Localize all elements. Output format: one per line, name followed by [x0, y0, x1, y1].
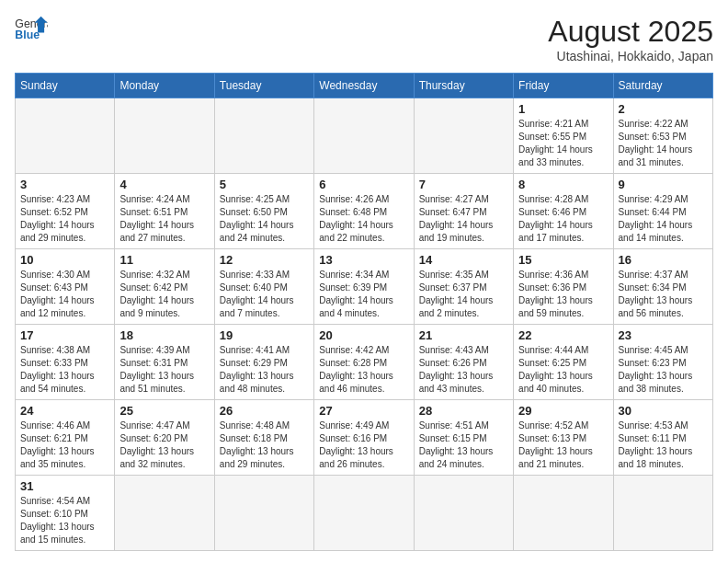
empty-cell	[314, 476, 414, 551]
header-wednesday: Wednesday	[314, 74, 414, 98]
calendar: Sunday Monday Tuesday Wednesday Thursday…	[15, 73, 713, 551]
empty-cell	[613, 476, 712, 551]
day-19: 19 Sunrise: 4:41 AMSunset: 6:29 PMDaylig…	[214, 325, 313, 400]
empty-cell	[514, 476, 613, 551]
day-8: 8 Sunrise: 4:28 AMSunset: 6:46 PMDayligh…	[514, 174, 613, 249]
empty-cell	[414, 476, 513, 551]
week-row-3: 10 Sunrise: 4:30 AMSunset: 6:43 PMDaylig…	[16, 249, 713, 325]
day-18: 18 Sunrise: 4:39 AMSunset: 6:31 PMDaylig…	[115, 325, 214, 400]
empty-cell	[314, 98, 414, 174]
day-17: 17 Sunrise: 4:38 AMSunset: 6:33 PMDaylig…	[16, 325, 115, 400]
logo: General Blue	[15, 15, 48, 42]
day-10: 10 Sunrise: 4:30 AMSunset: 6:43 PMDaylig…	[16, 249, 115, 325]
day-30: 30 Sunrise: 4:53 AMSunset: 6:11 PMDaylig…	[613, 400, 712, 476]
day-9: 9 Sunrise: 4:29 AMSunset: 6:44 PMDayligh…	[613, 174, 712, 249]
header-saturday: Saturday	[613, 74, 712, 98]
day-29: 29 Sunrise: 4:52 AMSunset: 6:13 PMDaylig…	[514, 400, 613, 476]
empty-cell	[115, 476, 214, 551]
location-title: Utashinai, Hokkaido, Japan	[548, 49, 713, 63]
week-row-5: 24 Sunrise: 4:46 AMSunset: 6:21 PMDaylig…	[16, 400, 713, 476]
day-26: 26 Sunrise: 4:48 AMSunset: 6:18 PMDaylig…	[214, 400, 313, 476]
week-row-2: 3 Sunrise: 4:23 AMSunset: 6:52 PMDayligh…	[16, 174, 713, 249]
day-2: 2 Sunrise: 4:22 AMSunset: 6:53 PMDayligh…	[613, 98, 712, 174]
day-22: 22 Sunrise: 4:44 AMSunset: 6:25 PMDaylig…	[514, 325, 613, 400]
day-15: 15 Sunrise: 4:36 AMSunset: 6:36 PMDaylig…	[514, 249, 613, 325]
day-7: 7 Sunrise: 4:27 AMSunset: 6:47 PMDayligh…	[414, 174, 513, 249]
day-6: 6 Sunrise: 4:26 AMSunset: 6:48 PMDayligh…	[314, 174, 414, 249]
day-11: 11 Sunrise: 4:32 AMSunset: 6:42 PMDaylig…	[115, 249, 214, 325]
week-row-4: 17 Sunrise: 4:38 AMSunset: 6:33 PMDaylig…	[16, 325, 713, 400]
day-31: 31 Sunrise: 4:54 AMSunset: 6:10 PMDaylig…	[16, 476, 115, 551]
day-4: 4 Sunrise: 4:24 AMSunset: 6:51 PMDayligh…	[115, 174, 214, 249]
day-13: 13 Sunrise: 4:34 AMSunset: 6:39 PMDaylig…	[314, 249, 414, 325]
day-16: 16 Sunrise: 4:37 AMSunset: 6:34 PMDaylig…	[613, 249, 712, 325]
empty-cell	[414, 98, 513, 174]
header-sunday: Sunday	[16, 74, 115, 98]
day-14: 14 Sunrise: 4:35 AMSunset: 6:37 PMDaylig…	[414, 249, 513, 325]
day-25: 25 Sunrise: 4:47 AMSunset: 6:20 PMDaylig…	[115, 400, 214, 476]
week-row-1: 1 Sunrise: 4:21 AMSunset: 6:55 PMDayligh…	[16, 98, 713, 174]
svg-text:Blue: Blue	[15, 29, 40, 41]
empty-cell	[16, 98, 115, 174]
day-1: 1 Sunrise: 4:21 AMSunset: 6:55 PMDayligh…	[514, 98, 613, 174]
header-monday: Monday	[115, 74, 214, 98]
week-row-6: 31 Sunrise: 4:54 AMSunset: 6:10 PMDaylig…	[16, 476, 713, 551]
day-23: 23 Sunrise: 4:45 AMSunset: 6:23 PMDaylig…	[613, 325, 712, 400]
logo-icon: General Blue	[15, 15, 48, 42]
day-5: 5 Sunrise: 4:25 AMSunset: 6:50 PMDayligh…	[214, 174, 313, 249]
header-thursday: Thursday	[414, 74, 513, 98]
empty-cell	[115, 98, 214, 174]
header-tuesday: Tuesday	[214, 74, 313, 98]
day-12: 12 Sunrise: 4:33 AMSunset: 6:40 PMDaylig…	[214, 249, 313, 325]
empty-cell	[214, 98, 313, 174]
day-24: 24 Sunrise: 4:46 AMSunset: 6:21 PMDaylig…	[16, 400, 115, 476]
day-20: 20 Sunrise: 4:42 AMSunset: 6:28 PMDaylig…	[314, 325, 414, 400]
day-27: 27 Sunrise: 4:49 AMSunset: 6:16 PMDaylig…	[314, 400, 414, 476]
title-area: August 2025 Utashinai, Hokkaido, Japan	[548, 15, 713, 63]
day-28: 28 Sunrise: 4:51 AMSunset: 6:15 PMDaylig…	[414, 400, 513, 476]
day-21: 21 Sunrise: 4:43 AMSunset: 6:26 PMDaylig…	[414, 325, 513, 400]
empty-cell	[214, 476, 313, 551]
header: General Blue August 2025 Utashinai, Hokk…	[15, 15, 713, 63]
month-title: August 2025	[548, 15, 713, 49]
day-3: 3 Sunrise: 4:23 AMSunset: 6:52 PMDayligh…	[16, 174, 115, 249]
header-friday: Friday	[514, 74, 613, 98]
weekday-header-row: Sunday Monday Tuesday Wednesday Thursday…	[16, 74, 713, 98]
